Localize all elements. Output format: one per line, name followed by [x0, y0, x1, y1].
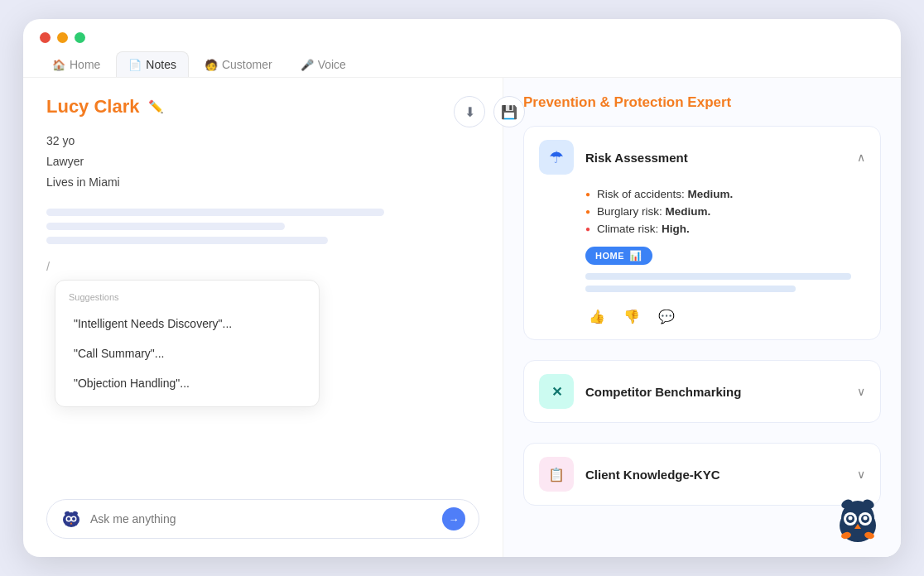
nav-label-home: Home: [70, 58, 100, 71]
home-icon: 🏠: [52, 59, 65, 71]
app-window: 🏠 Home 📄 Notes 🧑 Customer 🎤 Voice Lucy C…: [23, 19, 901, 557]
risk-item-climate: ● Climate risk: High.: [585, 223, 865, 235]
customer-name-row: Lucy Clark ✏️: [46, 96, 479, 118]
customer-name: Lucy Clark: [46, 96, 140, 118]
customer-details: 32 yo Lawyer Lives in Miami: [46, 131, 479, 194]
card-row-kyc: 📋 Client Knowledge-KYC ∨ 🗑: [523, 443, 881, 516]
save-button[interactable]: 💾: [493, 96, 525, 127]
card-icon-competitor: ✕: [539, 374, 574, 409]
home-badge[interactable]: HOME 📊: [585, 247, 652, 265]
chevron-down-icon-competitor: ∨: [857, 385, 865, 398]
dot-orange-2: ●: [585, 207, 590, 216]
customer-age: 32 yo: [46, 131, 479, 151]
card-icon-umbrella: ☂: [539, 140, 574, 175]
card-row-competitor: ✕ Competitor Benchmarking ∨ 🗑: [523, 360, 881, 433]
card-risk-assessment: ☂ Risk Assessment ∧ ● Risk of accidents:…: [523, 126, 881, 340]
risk-item-burglary: ● Burglary risk: Medium.: [585, 205, 865, 218]
card-actions: 👍 👎 💬: [585, 302, 865, 326]
owl-mascot: [831, 492, 884, 549]
thumbs-down-button[interactable]: 👎: [620, 307, 643, 326]
skeleton-lines: [46, 209, 479, 244]
card-icon-kyc: 📋: [539, 457, 574, 492]
dot-yellow[interactable]: [57, 32, 68, 43]
chevron-down-icon-kyc: ∨: [857, 468, 865, 481]
nav-label-voice: Voice: [318, 58, 346, 71]
comment-button[interactable]: 💬: [655, 307, 678, 326]
skeleton-3: [46, 237, 328, 244]
chevron-up-icon: ∧: [857, 151, 865, 164]
nav-item-customer[interactable]: 🧑 Customer: [192, 51, 285, 77]
suggestion-item-2[interactable]: "Call Summary"...: [60, 338, 314, 368]
suggestion-item-1[interactable]: "Intelligent Needs Discovery"...: [60, 309, 314, 338]
thumbs-up-button[interactable]: 👍: [585, 307, 609, 326]
slash-text: /: [46, 259, 479, 273]
customer-location: Lives in Miami: [46, 172, 479, 193]
risk-label-1: Risk of accidents: Medium.: [597, 188, 733, 200]
risk-item-accidents: ● Risk of accidents: Medium.: [585, 188, 865, 200]
nav-item-voice[interactable]: 🎤 Voice: [288, 51, 359, 77]
card-header-competitor[interactable]: ✕ Competitor Benchmarking ∨: [524, 361, 880, 422]
save-icon: 💾: [501, 104, 517, 120]
card-skeleton-2: [585, 286, 796, 292]
owl-icon: [60, 508, 82, 530]
risk-label-3: Climate risk: High.: [597, 223, 690, 235]
left-panel: Lucy Clark ✏️ ⬇ 💾 32 yo Lawyer Lives in …: [23, 78, 503, 557]
suggestions-dropdown: Suggestions "Intelligent Needs Discovery…: [55, 280, 320, 407]
notes-icon: 📄: [128, 59, 142, 71]
home-badge-text: HOME: [595, 251, 624, 261]
card-row-risk: ☂ Risk Assessment ∧ ● Risk of accidents:…: [523, 126, 881, 350]
action-icons: ⬇ 💾: [454, 96, 525, 127]
nav-item-home[interactable]: 🏠 Home: [40, 51, 113, 77]
dot-green[interactable]: [75, 32, 85, 43]
card-competitor: ✕ Competitor Benchmarking ∨: [523, 360, 881, 423]
svg-point-4: [72, 517, 75, 521]
card-title-competitor: Competitor Benchmarking: [585, 385, 845, 399]
card-kyc: 📋 Client Knowledge-KYC ∨: [523, 443, 881, 506]
svg-point-15: [864, 516, 868, 521]
download-icon: ⬇: [464, 104, 475, 120]
card-title-kyc: Client Knowledge-KYC: [585, 468, 845, 482]
dot-red-3: ●: [585, 224, 590, 233]
card-title-risk: Risk Assessment: [585, 151, 845, 165]
skeleton-2: [46, 223, 285, 230]
nav-label-notes: Notes: [146, 58, 176, 71]
svg-point-14: [849, 516, 853, 521]
voice-icon: 🎤: [301, 59, 314, 71]
risk-list: ● Risk of accidents: Medium. ● Burglary …: [585, 188, 865, 235]
card-skeleton-1: [585, 273, 851, 280]
section-title: Prevention & Protection Expert: [523, 94, 881, 111]
card-header-risk[interactable]: ☂ Risk Assessment ∧: [524, 127, 880, 188]
nav-label-customer: Customer: [222, 58, 272, 71]
right-panel: Prevention & Protection Expert ☂ Risk As…: [503, 78, 901, 557]
suggestions-label: Suggestions: [55, 289, 319, 309]
card-skeletons: [585, 273, 865, 292]
customer-icon: 🧑: [205, 59, 218, 71]
dot-red[interactable]: [40, 32, 51, 43]
risk-label-2: Burglary risk: Medium.: [597, 205, 710, 218]
ask-input[interactable]: [90, 512, 434, 526]
nav-bar: 🏠 Home 📄 Notes 🧑 Customer 🎤 Voice: [23, 43, 901, 78]
suggestion-item-3[interactable]: "Objection Handling"...: [60, 368, 314, 398]
card-header-kyc[interactable]: 📋 Client Knowledge-KYC ∨: [524, 444, 880, 505]
dot-orange-1: ●: [585, 190, 590, 199]
svg-point-3: [67, 517, 70, 521]
send-icon: →: [449, 513, 460, 526]
nav-item-notes[interactable]: 📄 Notes: [116, 51, 189, 77]
main-content: Lucy Clark ✏️ ⬇ 💾 32 yo Lawyer Lives in …: [23, 78, 901, 557]
title-bar: [23, 19, 901, 43]
skeleton-1: [46, 209, 384, 216]
download-button[interactable]: ⬇: [454, 96, 485, 127]
send-button[interactable]: →: [442, 507, 465, 530]
chart-icon: 📊: [629, 250, 642, 262]
customer-profession: Lawyer: [46, 151, 479, 172]
ask-bar: →: [46, 499, 479, 539]
card-body-risk: ● Risk of accidents: Medium. ● Burglary …: [524, 188, 880, 339]
edit-icon[interactable]: ✏️: [148, 99, 164, 114]
